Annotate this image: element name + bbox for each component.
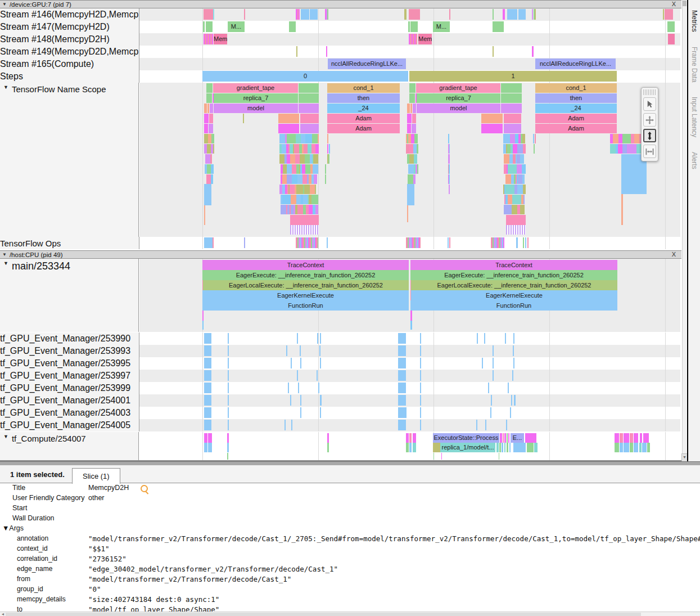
trace-slice[interactable] [398, 395, 406, 406]
trace-slice[interactable] [244, 9, 245, 20]
trace-slice[interactable] [204, 443, 207, 452]
trace-slice[interactable] [493, 46, 494, 57]
trace-slice[interactable]: EagerLocalExecute: __inference_train_fun… [411, 280, 617, 290]
trace-slice[interactable] [308, 134, 312, 143]
trace-slice[interactable] [287, 174, 292, 184]
trace-slice[interactable] [507, 9, 517, 20]
trace-slice[interactable] [511, 395, 512, 406]
trace-slice[interactable] [282, 144, 286, 154]
trace-slice[interactable] [328, 154, 329, 164]
trace-slice[interactable] [481, 114, 503, 123]
collapse-triangle-icon[interactable]: ▼ [2, 252, 7, 257]
trace-slice[interactable] [647, 443, 650, 452]
trace-slice[interactable] [414, 154, 417, 164]
trace-slice[interactable] [204, 407, 211, 418]
trace-slice[interactable] [420, 333, 421, 344]
trace-slice[interactable] [410, 311, 412, 321]
trace-slice[interactable] [414, 134, 418, 143]
zoom-tool-button[interactable] [643, 129, 656, 142]
trace-slice[interactable] [320, 358, 321, 368]
horizontal-scrollbar-thumb[interactable] [6, 613, 641, 616]
trace-slice[interactable] [284, 420, 286, 430]
trace-slice[interactable] [488, 383, 489, 393]
trace-slice[interactable] [481, 124, 503, 133]
trace-slice[interactable] [283, 164, 287, 174]
trace-slice[interactable] [518, 174, 522, 184]
trace-slice[interactable] [413, 433, 416, 443]
trace-slice[interactable] [509, 443, 511, 452]
trace-slice[interactable] [508, 383, 509, 393]
vertical-scrollbar[interactable]: ▼ [682, 0, 687, 461]
trace-slice[interactable] [327, 9, 328, 20]
trace-slice[interactable] [406, 443, 409, 452]
trace-slice[interactable] [523, 144, 526, 154]
trace-slice[interactable]: _24 [327, 104, 400, 113]
trace-slice[interactable] [527, 443, 534, 452]
trace-slice[interactable] [206, 174, 211, 184]
trace-slice[interactable] [294, 144, 299, 154]
trace-slice[interactable] [507, 443, 508, 452]
sidebar-tab-input-latency[interactable]: Input Latency [690, 97, 698, 137]
trace-slice[interactable]: EagerExecute: __inference_train_function… [202, 270, 409, 280]
trace-slice[interactable] [282, 174, 287, 184]
trace-slice[interactable] [207, 144, 211, 154]
trace-slice[interactable] [503, 433, 504, 443]
trace-slice[interactable]: EagerLocalExecute: __inference_train_fun… [203, 280, 409, 290]
trace-slice[interactable] [296, 237, 318, 248]
trace-slice[interactable] [502, 443, 503, 452]
trace-slice[interactable]: Mem [418, 34, 432, 44]
trace-slice[interactable] [413, 174, 416, 184]
trace-slice[interactable] [313, 154, 318, 164]
trace-slice[interactable] [634, 134, 639, 143]
row-track-tf-ops[interactable] [139, 237, 680, 249]
trace-slice[interactable] [493, 358, 494, 368]
trace-slice[interactable] [310, 9, 318, 20]
trace-slice[interactable] [313, 164, 318, 174]
trace-slice[interactable] [209, 124, 213, 133]
trace-slice[interactable] [413, 104, 416, 113]
trace-slice[interactable]: Adam [535, 114, 617, 123]
trace-slice[interactable] [310, 185, 315, 194]
trace-slice[interactable] [507, 433, 508, 443]
trace-slice[interactable] [449, 237, 450, 248]
row-label-main[interactable]: ▼main/253344 [0, 259, 139, 332]
trace-slice[interactable] [298, 185, 303, 194]
trace-slice[interactable] [535, 134, 536, 143]
trace-slice[interactable] [206, 93, 212, 103]
trace-slice[interactable] [493, 9, 494, 20]
trace-slice[interactable] [398, 370, 406, 381]
trace-slice[interactable] [493, 21, 504, 32]
trace-slice[interactable]: replica_7 [417, 93, 500, 103]
trace-slice[interactable] [327, 443, 329, 452]
trace-slice[interactable] [516, 237, 518, 248]
trace-slice[interactable] [448, 144, 449, 154]
trace-slice[interactable] [407, 114, 412, 123]
trace-slice[interactable] [303, 195, 308, 204]
trace-slice[interactable] [477, 333, 478, 344]
trace-slice[interactable] [513, 144, 517, 154]
trace-slice[interactable] [228, 333, 229, 344]
trace-slice[interactable] [506, 225, 526, 235]
row-track-evt-254003[interactable] [139, 407, 680, 419]
trace-slice[interactable] [227, 443, 229, 452]
trace-slice[interactable] [501, 104, 522, 113]
trace-slice[interactable]: FunctionRun [410, 300, 617, 311]
row-track-evt-254001[interactable] [139, 394, 680, 407]
trace-slice[interactable] [512, 164, 517, 174]
trace-slice[interactable] [506, 420, 507, 430]
trace-slice[interactable] [507, 205, 512, 214]
trace-slice[interactable] [407, 184, 414, 205]
trace-slice[interactable] [516, 195, 521, 204]
trace-slice[interactable] [500, 433, 502, 443]
trace-slice[interactable] [406, 433, 409, 443]
trace-slice[interactable] [639, 443, 642, 452]
trace-slice[interactable] [210, 154, 212, 164]
trace-slice[interactable] [296, 195, 301, 204]
trace-slice[interactable]: gradient_tape [416, 83, 500, 93]
trace-slice[interactable]: _24 [535, 104, 617, 113]
trace-slice[interactable] [610, 144, 616, 154]
trace-slice[interactable] [627, 144, 632, 154]
trace-slice[interactable] [291, 134, 296, 143]
trace-slice[interactable] [286, 195, 291, 204]
trace-slice[interactable] [413, 443, 416, 452]
